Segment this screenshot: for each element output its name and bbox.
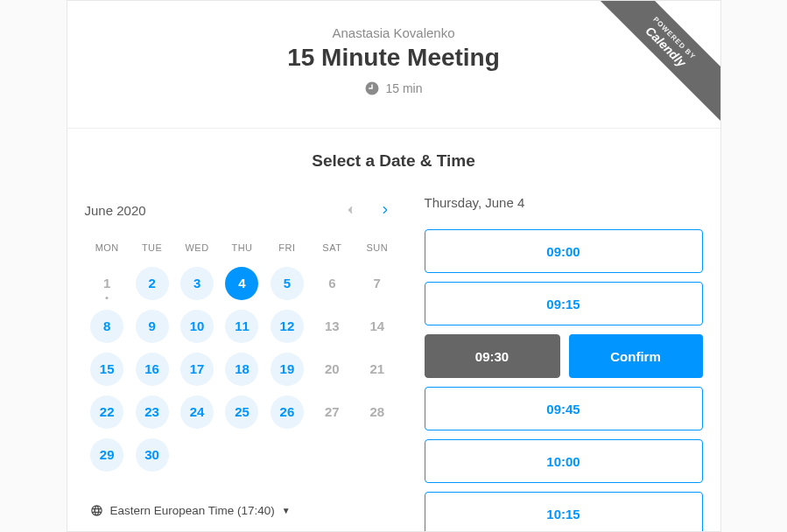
calendar-day-button[interactable]: 12: [271, 310, 304, 343]
time-slot-row: 09:45: [425, 387, 703, 430]
section-title: Select a Date & Time: [67, 151, 720, 171]
calendar-day: 3: [174, 262, 219, 304]
calendar-day-button[interactable]: 5: [271, 267, 304, 300]
calendar-day-button[interactable]: 4: [225, 267, 258, 300]
time-slot-button[interactable]: 09:30: [425, 334, 560, 378]
calendar-day: 13: [310, 304, 355, 347]
calendar-day-button[interactable]: 10: [180, 310, 214, 343]
chevron-left-icon: [344, 204, 356, 216]
calendar-day: 23: [130, 390, 174, 433]
clock-icon: [364, 80, 380, 96]
caret-down-icon: ▼: [282, 506, 291, 515]
calendar-day-button[interactable]: 9: [136, 310, 169, 343]
calendar-day: 30: [130, 433, 174, 476]
event-duration-text: 15 min: [385, 81, 422, 95]
calendar-day-button: 28: [361, 396, 394, 429]
slots-list: 09:0009:1509:30Confirm09:4510:0010:15: [425, 229, 703, 532]
calendar-day-button: 21: [361, 353, 394, 386]
dow-label: MON: [85, 237, 130, 262]
calendar-day: 22: [85, 390, 130, 433]
calendar-day-button[interactable]: 18: [225, 353, 258, 386]
calendar-day: 2: [130, 262, 174, 304]
calendar-day: 9: [130, 304, 174, 347]
days-grid: 1234567891011121314151617181920212223242…: [85, 262, 400, 476]
event-title: 15 Minute Meeting: [85, 44, 703, 72]
dow-label: TUE: [130, 237, 174, 262]
timezone-label: Eastern European Time (17:40): [110, 504, 275, 517]
calendar-day-button[interactable]: 11: [225, 310, 258, 343]
calendar-day-button[interactable]: 29: [90, 438, 123, 472]
month-label: June 2020: [85, 203, 146, 218]
calendar-day: 14: [355, 304, 399, 347]
calendar-day-button: 7: [361, 267, 394, 300]
time-slot-button[interactable]: 10:00: [425, 439, 703, 483]
calendar-day-button[interactable]: 8: [90, 310, 123, 343]
chevron-right-icon: [379, 204, 391, 216]
calendar-day: 26: [264, 390, 309, 433]
time-slots: Thursday, June 4 09:0009:1509:30Confirm0…: [400, 195, 703, 532]
calendar-day: 17: [174, 347, 219, 390]
calendar-day-button[interactable]: 17: [180, 353, 214, 386]
calendar-day-button: 14: [361, 310, 394, 343]
calendar-day: 12: [264, 304, 309, 347]
calendar-day-button[interactable]: 19: [271, 353, 304, 386]
dow-label: THU: [220, 237, 264, 262]
calendar-day: 4: [220, 262, 264, 304]
calendar-day-button[interactable]: 24: [180, 396, 214, 429]
time-slot-button[interactable]: 09:00: [425, 229, 703, 273]
time-slot-row: 10:00: [425, 439, 703, 483]
calendar-day-button[interactable]: 16: [136, 353, 169, 386]
calendar-day: 24: [174, 390, 219, 433]
calendar-day: 11: [220, 304, 264, 347]
calendar-day-button: 6: [315, 267, 348, 300]
globe-icon: [90, 504, 103, 517]
event-duration: 15 min: [85, 80, 703, 96]
calendar-day: 19: [264, 347, 309, 390]
day-of-week-row: MONTUEWEDTHUFRISATSUN: [85, 237, 400, 262]
calendar: June 2020 MONTUEWEDTHUFRISATSUN 12345678…: [85, 195, 400, 532]
event-owner: Anastasia Kovalenko: [85, 25, 703, 40]
calendar-day: 7: [355, 262, 399, 304]
time-slot-row: 09:30Confirm: [425, 334, 703, 378]
calendar-day-button[interactable]: 26: [271, 396, 304, 429]
content-area: Select a Date & Time June 2020 MONTUEWED…: [67, 129, 720, 532]
timezone-selector[interactable]: Eastern European Time (17:40) ▼: [85, 504, 400, 517]
time-slot-button[interactable]: 09:45: [425, 387, 703, 430]
dow-label: WED: [174, 237, 219, 262]
calendar-day: 20: [310, 347, 355, 390]
calendar-day-button[interactable]: 15: [90, 353, 123, 386]
dow-label: SAT: [310, 237, 355, 262]
calendar-day-button[interactable]: 23: [136, 396, 169, 429]
time-slot-button[interactable]: 09:15: [425, 282, 703, 326]
calendar-day-button[interactable]: 3: [180, 267, 214, 300]
calendar-day: 21: [355, 347, 399, 390]
calendar-day: 8: [85, 304, 130, 347]
confirm-button[interactable]: Confirm: [569, 334, 703, 378]
event-header: Anastasia Kovalenko 15 Minute Meeting 15…: [67, 1, 720, 129]
dow-label: SUN: [355, 237, 399, 262]
next-month-button[interactable]: [370, 195, 400, 225]
time-slot-button[interactable]: 10:15: [425, 492, 703, 532]
calendar-day-button[interactable]: 25: [225, 396, 258, 429]
calendar-day: 25: [220, 390, 264, 433]
time-slot-row: 10:15: [425, 492, 703, 532]
calendar-day: 29: [85, 433, 130, 476]
scheduling-card: POWERED BY Calendly Anastasia Kovalenko …: [67, 0, 721, 532]
calendar-day-button: 20: [315, 353, 348, 386]
calendar-day: 27: [310, 390, 355, 433]
calendar-day-button[interactable]: 2: [136, 267, 169, 300]
calendar-day: 18: [220, 347, 264, 390]
calendar-day-button[interactable]: 22: [90, 396, 123, 429]
selected-date-label: Thursday, June 4: [425, 195, 703, 210]
calendar-day: 16: [130, 347, 174, 390]
calendar-day-button: 13: [315, 310, 348, 343]
prev-month-button[interactable]: [335, 195, 365, 225]
calendar-day-button: 27: [315, 396, 348, 429]
calendar-day: 15: [85, 347, 130, 390]
dow-label: FRI: [264, 237, 309, 262]
calendar-day: 5: [264, 262, 309, 304]
time-slot-row: 09:00: [425, 229, 703, 273]
calendar-day-button[interactable]: 30: [136, 438, 169, 472]
calendar-day: 6: [310, 262, 355, 304]
calendar-day-button: 1: [90, 267, 123, 300]
